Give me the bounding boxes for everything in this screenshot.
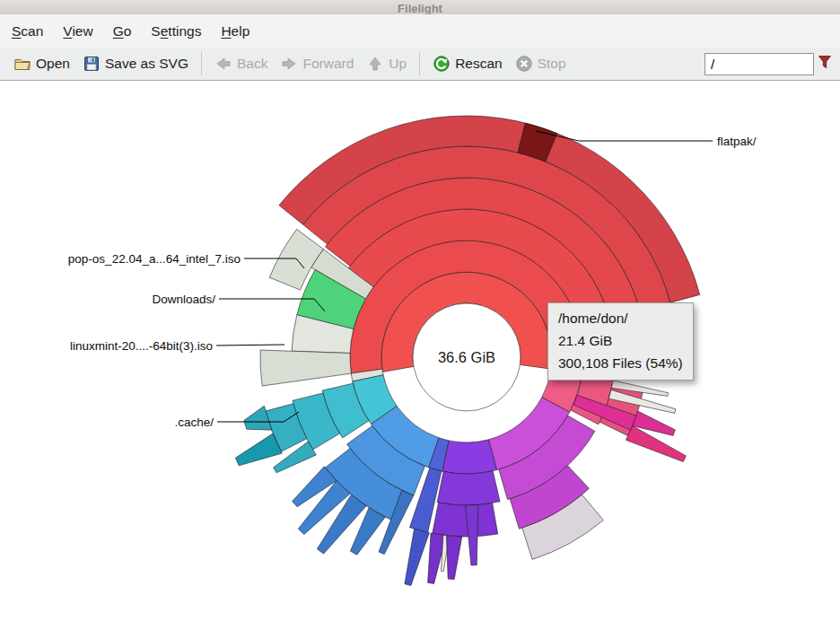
- up-arrow-icon: [366, 55, 384, 73]
- callout-line: [216, 345, 284, 346]
- window-titlebar: Filelight: [0, 0, 840, 14]
- location-filter-icon[interactable]: [817, 54, 833, 74]
- callout-label-cache: .cache/: [174, 416, 214, 429]
- location-bar: [704, 53, 833, 75]
- callout-label-flatpak: flatpak/: [717, 135, 757, 148]
- menu-item-go[interactable]: Go: [103, 17, 142, 46]
- center-size-label: 36.6 GiB: [438, 349, 495, 365]
- rescan-icon: [433, 55, 451, 73]
- save-svg-button-label: Save as SVG: [105, 56, 188, 72]
- forward-arrow-icon: [280, 55, 298, 73]
- up-button[interactable]: Up: [360, 51, 413, 76]
- rescan-button[interactable]: Rescan: [426, 51, 509, 76]
- segment-tooltip: /home/don/ 21.4 GiB 300,108 Files (54%): [547, 302, 694, 381]
- open-button-label: Open: [36, 56, 70, 72]
- save-icon: [83, 55, 101, 73]
- save-svg-button[interactable]: Save as SVG: [76, 51, 195, 76]
- chart-canvas: 36.6 GiBflatpak/pop-os_22.04_a...64_inte…: [0, 81, 840, 630]
- chart-segment[interactable]: [235, 433, 282, 466]
- forward-button-label: Forward: [302, 56, 354, 72]
- menu-item-settings[interactable]: Settings: [141, 17, 211, 46]
- tooltip-path: /home/don/: [558, 307, 683, 329]
- rescan-button-label: Rescan: [455, 56, 503, 72]
- tooltip-files: 300,108 Files (54%): [558, 352, 683, 374]
- chart-segment[interactable]: [244, 406, 272, 430]
- menu-item-view[interactable]: View: [53, 17, 102, 46]
- toolbar-separator: [419, 52, 420, 75]
- up-button-label: Up: [389, 56, 407, 72]
- chart-segment[interactable]: [260, 350, 351, 386]
- chart-segment[interactable]: [433, 503, 498, 537]
- callout-label-pop-os-22-04-a-64-intel-7-iso: pop-os_22.04_a...64_intel_7.iso: [68, 252, 241, 266]
- window-title: Filelight: [398, 2, 442, 14]
- menu-item-help[interactable]: Help: [211, 17, 259, 46]
- stop-button-label: Stop: [538, 56, 566, 72]
- callout-label-downloads: Downloads/: [152, 293, 215, 306]
- open-button[interactable]: Open: [7, 51, 76, 76]
- forward-button[interactable]: Forward: [274, 51, 360, 76]
- chart-segment[interactable]: [446, 536, 461, 580]
- location-input[interactable]: [704, 53, 814, 75]
- tooltip-size: 21.4 GiB: [558, 329, 683, 352]
- stop-button[interactable]: Stop: [509, 51, 573, 76]
- back-button-label: Back: [237, 56, 267, 72]
- menubar: ScanViewGoSettingsHelp: [0, 14, 840, 48]
- folder-open-icon: [13, 55, 31, 73]
- toolbar: OpenSave as SVGBackForwardUpRescanStop: [0, 48, 840, 81]
- chart-segment[interactable]: [442, 440, 497, 474]
- back-button[interactable]: Back: [208, 51, 274, 76]
- chart-segment[interactable]: [437, 471, 500, 505]
- back-arrow-icon: [214, 55, 232, 73]
- toolbar-separator: [201, 52, 202, 75]
- callout-label-linuxmint-20-64bit-3-iso: linuxmint-20....-64bit(3).iso: [70, 339, 213, 353]
- stop-icon: [515, 55, 533, 73]
- chart-segment[interactable]: [405, 529, 430, 585]
- sunburst-chart[interactable]: 36.6 GiBflatpak/pop-os_22.04_a...64_inte…: [0, 81, 840, 630]
- menu-item-scan[interactable]: Scan: [2, 17, 53, 46]
